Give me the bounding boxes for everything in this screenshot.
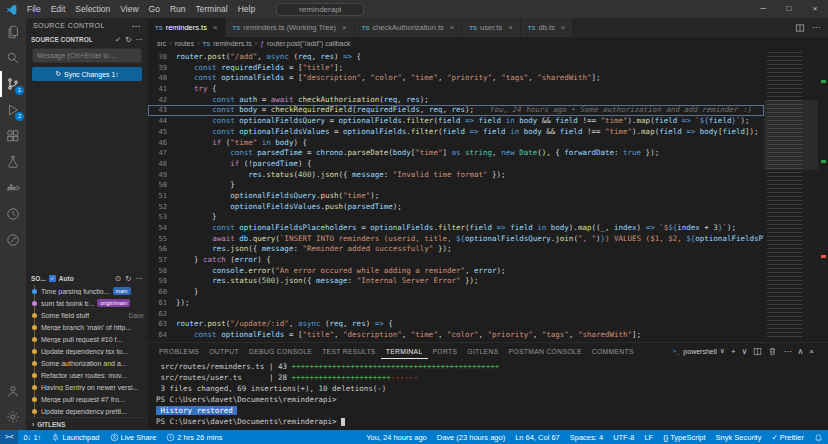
menu-selection[interactable]: Selection	[70, 4, 115, 14]
breadcrumb-item[interactable]: src	[157, 40, 166, 47]
testing-icon[interactable]	[0, 149, 26, 175]
line-number[interactable]: 55	[148, 234, 176, 245]
line-number[interactable]: 40	[148, 73, 176, 84]
status-remote-indicator[interactable]: ><	[0, 430, 18, 444]
code-line-62[interactable]: 62	[148, 309, 764, 320]
tab-reminders-ts-working-tree-[interactable]: TSreminders.ts (Working Tree)×	[226, 18, 355, 37]
code-line-57[interactable]: 57 } catch (error) {	[148, 255, 764, 266]
close-icon[interactable]: ×	[213, 23, 218, 32]
commit-row[interactable]: Some authorization and a...	[26, 357, 148, 369]
code-line-54[interactable]: 54 const optionalFieldsPlaceholders = op…	[148, 223, 764, 234]
commit-row[interactable]: Merge branch 'main' of http...	[26, 321, 148, 333]
line-number[interactable]: 61	[148, 298, 176, 309]
terminal-shell-selector[interactable]: >_ powershell ∨	[673, 347, 725, 355]
code-area[interactable]: 38router.post("/add", async (req, res) =…	[148, 52, 764, 342]
status-prettier[interactable]: ✓ Prettier	[766, 430, 809, 444]
scm-section-header[interactable]: SOURCE CONTROL ✓↻⋯	[26, 33, 148, 46]
extensions-icon[interactable]	[0, 123, 26, 149]
code-line-42[interactable]: 42 const auth = await checkAuthorization…	[148, 95, 764, 106]
more-actions-icon[interactable]: ⋯	[812, 23, 820, 32]
more-icon[interactable]: ⋯	[136, 274, 144, 283]
line-number[interactable]: 48	[148, 159, 176, 170]
status-indentation[interactable]: Spaces: 4	[565, 430, 608, 444]
line-number[interactable]: 49	[148, 170, 176, 181]
breadcrumb-item[interactable]: routes	[175, 40, 194, 47]
panel-tab-output[interactable]: OUTPUT	[204, 344, 244, 359]
minimap[interactable]	[764, 50, 818, 342]
minimize-button[interactable]: ─	[750, 0, 776, 18]
status-live-share[interactable]: Live Share	[105, 430, 162, 444]
close-icon[interactable]: ×	[342, 23, 347, 32]
terminal-output[interactable]: src/routes/reminders.ts | 43 +++++++++++…	[148, 359, 828, 430]
gitlens-icon[interactable]	[0, 201, 26, 227]
explorer-icon[interactable]	[0, 19, 26, 45]
new-terminal-icon[interactable]: +	[731, 347, 736, 356]
close-icon[interactable]: ×	[450, 23, 455, 32]
postman-icon[interactable]	[0, 227, 26, 253]
line-number[interactable]: 64	[148, 330, 176, 341]
minimap-slider[interactable]	[764, 100, 818, 170]
maximize-button[interactable]: □	[776, 0, 802, 18]
code-line-63[interactable]: 63router.post("/update/:id", async (req,…	[148, 319, 764, 330]
repo-picker-icon[interactable]: ⊙	[115, 274, 121, 283]
code-editor[interactable]: 38router.post("/add", async (req, res) =…	[148, 50, 828, 342]
breadcrumb-item[interactable]: router.post("/add") callback	[267, 40, 351, 47]
line-number[interactable]: 43	[148, 105, 176, 116]
status-eol[interactable]: LF	[639, 430, 658, 444]
more-icon[interactable]: ⋯	[136, 35, 144, 44]
status-file-blame[interactable]: Dave (23 hours ago)	[432, 430, 510, 444]
status-language-mode[interactable]: {}TypeScript	[658, 430, 710, 444]
line-number[interactable]: 46	[148, 138, 176, 149]
code-line-47[interactable]: 47 const parsedTime = chrono.parseDate(b…	[148, 148, 764, 159]
commit-message-input[interactable]: Message (Ctrl+Enter to ...	[32, 48, 142, 63]
tab-checkauthorization-ts[interactable]: TScheckAuthorization.ts×	[355, 18, 463, 37]
code-line-58[interactable]: 58 console.error("An error occured while…	[148, 266, 764, 277]
tab-reminders-ts[interactable]: TSreminders.ts×	[148, 18, 226, 37]
commit-row[interactable]: sum fat boink b...origin/main	[26, 297, 148, 309]
gitlens-section-header[interactable]: › GITLENS	[26, 417, 148, 430]
maximize-panel-icon[interactable]: ∧	[797, 347, 803, 356]
code-line-53[interactable]: 53 }	[148, 212, 764, 223]
close-button[interactable]: ×	[802, 0, 828, 18]
docker-icon[interactable]	[0, 175, 26, 201]
status-encoding[interactable]: UTF-8	[608, 430, 639, 444]
menu-file[interactable]: File	[22, 4, 46, 14]
code-line-61[interactable]: 61});	[148, 298, 764, 309]
line-number[interactable]: 45	[148, 127, 176, 138]
line-number[interactable]: 41	[148, 84, 176, 95]
status-branch-sync[interactable]: 0↓ 1↑	[18, 430, 46, 444]
refresh-icon[interactable]: ↻	[125, 35, 131, 44]
panel-tab-terminal[interactable]: TERMINAL	[381, 344, 428, 359]
code-line-44[interactable]: 44 const optionalFieldsQuery = optionalF…	[148, 116, 764, 127]
commit-row[interactable]: Having Sentry on newer versi...	[26, 381, 148, 393]
code-line-49[interactable]: 49 res.status(400).json({ message: "Inva…	[148, 170, 764, 181]
line-number[interactable]: 56	[148, 244, 176, 255]
panel-tab-problems[interactable]: PROBLEMS	[154, 344, 204, 359]
graph-section-header[interactable]: SO... ✓ Auto ⊙↻⋯	[26, 272, 148, 285]
commit-row[interactable]: Some field stuffDave	[26, 309, 148, 321]
status-line-blame[interactable]: You, 24 hours ago	[361, 430, 432, 444]
line-number[interactable]: 62	[148, 309, 176, 320]
panel-tab-gitlens[interactable]: GITLENS	[462, 344, 503, 359]
line-number[interactable]: 57	[148, 255, 176, 266]
status-time-tracker[interactable]: 2 hrs 26 mins	[161, 430, 227, 444]
code-line-48[interactable]: 48 if (!parsedTime) {	[148, 159, 764, 170]
more-actions-icon[interactable]: ⋯	[783, 347, 791, 356]
line-number[interactable]: 63	[148, 319, 176, 330]
status-notifications[interactable]	[809, 430, 828, 444]
breadcrumb-item[interactable]: reminders.ts	[213, 40, 252, 47]
panel-tab-ports[interactable]: PORTS	[428, 344, 463, 359]
code-line-46[interactable]: 46 if ("time" in body) {	[148, 138, 764, 149]
line-number[interactable]: 52	[148, 202, 176, 213]
line-number[interactable]: 47	[148, 148, 176, 159]
code-line-38[interactable]: 38router.post("/add", async (req, res) =…	[148, 52, 764, 63]
line-number[interactable]: 38	[148, 52, 176, 63]
more-actions-icon[interactable]: ⋯	[132, 21, 141, 31]
run-and-debug-icon[interactable]: 2	[0, 97, 26, 123]
close-panel-icon[interactable]: ×	[809, 347, 814, 356]
code-line-52[interactable]: 52 optionalFieldsValues.push(parsedTime)…	[148, 202, 764, 213]
code-line-40[interactable]: 40 const optionalFields = ["description"…	[148, 73, 764, 84]
commit-row[interactable]: Update dependency pretti...	[26, 405, 148, 417]
launch-profile-icon[interactable]: ∨	[742, 347, 748, 356]
close-icon[interactable]: ×	[508, 23, 513, 32]
